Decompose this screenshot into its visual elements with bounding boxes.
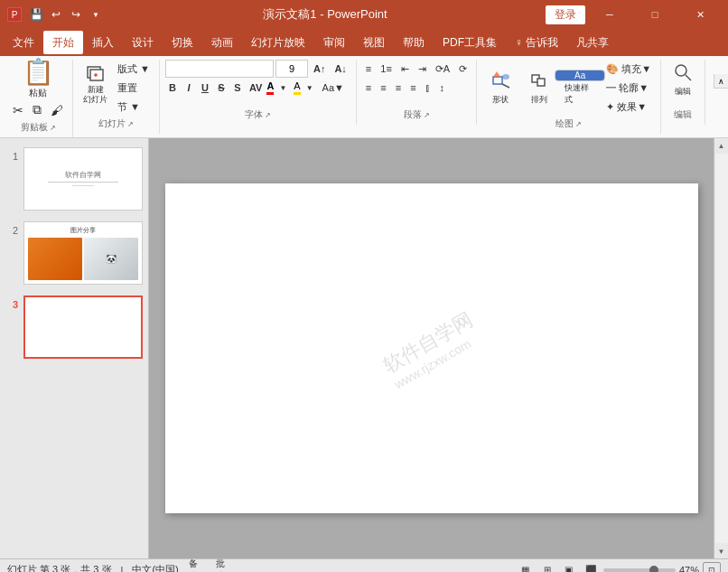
font-color-button[interactable]: A [266,80,274,95]
char-spacing-button[interactable]: AV [247,80,265,95]
slide-item-1[interactable]: 1 软件自学网 ———— [4,145,145,212]
text-direction-button[interactable]: ⟳A [432,60,453,78]
font-name-input[interactable] [165,60,274,78]
customize-quick-access-button[interactable]: ▼ [87,5,105,23]
line-spacing-button[interactable]: ↕ [436,79,449,97]
search-button[interactable]: 编辑 [667,60,699,99]
fit-window-button[interactable]: ⊡ [703,562,721,573]
close-button[interactable]: ✕ [679,0,721,29]
font-color-dropdown[interactable]: ▼ [275,79,290,97]
font-size-aa-button[interactable]: Aa▼ [319,79,348,97]
increase-indent-button[interactable]: ⇥ [415,60,430,78]
align-center-button[interactable]: ≡ [377,79,389,97]
slide-item-2[interactable]: 2 图片分享 🐼 [4,220,145,286]
align-left-button[interactable]: ≡ [362,79,375,97]
undo-button[interactable]: ↩ [47,5,65,23]
shape-fill-button[interactable]: 🎨 填充▼ [602,60,655,78]
shape-outline-button[interactable]: ━ 轮廓▼ [602,79,655,97]
slide2-title: 图片分享 [28,226,138,235]
notes-button[interactable]: 备注 [188,562,206,573]
underline-button[interactable]: U [198,80,212,95]
slide-thumb-3[interactable] [23,295,143,359]
scroll-up-button[interactable]: ▲ [714,138,729,153]
decrease-indent-button[interactable]: ⇤ [397,60,413,78]
redo-button[interactable]: ↪ [67,5,85,23]
slide-thumb-1[interactable]: 软件自学网 ———— [23,147,143,211]
justify-button[interactable]: ≡ [406,79,419,97]
strikethrough-button[interactable]: S [214,80,229,95]
slide-section-button[interactable]: 节 ▼ [114,98,154,116]
paragraph-expand-icon[interactable]: ↗ [424,111,430,119]
font-size-input[interactable] [275,60,308,78]
format-painter-button[interactable]: 🖌 [47,100,67,119]
right-scrollbar: ▲ ▼ [714,138,728,558]
slide-num-3: 3 [5,299,18,310]
menu-review[interactable]: 审阅 [314,31,354,54]
menu-transitions[interactable]: 切换 [163,31,202,54]
font-expand-icon[interactable]: ↗ [265,111,271,119]
menu-animations[interactable]: 动画 [202,31,242,54]
bold-button[interactable]: B [165,80,180,95]
copy-button[interactable]: ⧉ [29,100,45,119]
shape-effect-button[interactable]: ✦ 效果▼ [602,98,655,116]
paste-button[interactable]: 📋 粘贴 [18,60,58,99]
italic-button[interactable]: I [182,80,196,95]
scroll-track[interactable] [715,154,728,543]
save-button[interactable]: 💾 [27,5,45,23]
slide-actions: 版式 ▼ 重置 节 ▼ [114,60,154,116]
menu-tell-me[interactable]: ♀ 告诉我 [506,31,567,54]
columns-button[interactable]: ⫿ [422,79,434,97]
view-sorter-button[interactable]: ⊞ [538,562,556,573]
numbering-button[interactable]: 1≡ [377,60,396,78]
zoom-slider[interactable] [603,568,676,572]
scroll-down-button[interactable]: ▼ [714,544,729,558]
ribbon-collapse-button[interactable]: ∧ [714,74,728,89]
slides-expand-icon[interactable]: ↗ [127,120,134,128]
bullets-button[interactable]: ≡ [362,60,375,78]
paragraph-controls: ≡ 1≡ ⇤ ⇥ ⟳A ⟳ ≡ ≡ ≡ ≡ ⫿ ↕ [362,60,471,97]
login-button[interactable]: 登录 [546,5,585,24]
maximize-button[interactable]: □ [634,0,676,29]
decrease-font-button[interactable]: A↓ [331,60,350,78]
increase-font-button[interactable]: A↑ [310,60,329,78]
drawing-expand-icon[interactable]: ↗ [575,120,582,128]
menu-share[interactable]: 凡共享 [567,31,618,54]
minimize-button[interactable]: ─ [589,0,630,29]
view-normal-button[interactable]: ▦ [517,562,535,573]
menu-design[interactable]: 设计 [123,31,163,54]
watermark: 软件自学网 www.rjzxw.com [378,305,484,391]
shape-button[interactable]: 形状 [482,68,518,108]
drawing-controls: 形状 排列 Aa 快速样式 [482,60,655,116]
quick-access-toolbar: 💾 ↩ ↪ ▼ [27,5,105,23]
slide1-subtitle: ———— [48,182,118,188]
menu-file[interactable]: 文件 [4,31,43,54]
slide-canvas[interactable]: 软件自学网 www.rjzxw.com [165,183,698,513]
text-shadow-button[interactable]: S [230,80,245,95]
menu-bar: 文件 开始 插入 设计 切换 动画 幻灯片放映 审阅 视图 帮助 PDF工具集 … [0,29,728,56]
arrange-button[interactable]: 排列 [521,68,557,108]
slide-reset-button[interactable]: 重置 [114,79,154,97]
menu-help[interactable]: 帮助 [394,31,434,54]
slide-layout-button[interactable]: 版式 ▼ [114,60,154,78]
menu-insert[interactable]: 插入 [83,31,123,54]
slide-thumb-2[interactable]: 图片分享 🐼 [23,221,143,285]
cut-button[interactable]: ✂ [9,100,27,119]
view-slideshow-button[interactable]: ⬛ [582,562,600,573]
clipboard-expand-icon[interactable]: ↗ [50,124,56,132]
svg-line-11 [686,75,691,80]
menu-pdf[interactable]: PDF工具集 [434,31,506,54]
new-slide-button[interactable]: 新建幻灯片 [79,60,112,108]
menu-slideshow[interactable]: 幻灯片放映 [242,31,314,54]
menu-home[interactable]: 开始 [43,31,83,54]
highlight-dropdown[interactable]: ▼ [303,79,317,97]
slide-item-3[interactable]: 3 [4,294,145,361]
align-right-button[interactable]: ≡ [392,79,405,97]
menu-view[interactable]: 视图 [354,31,394,54]
status-divider1: | [121,565,124,573]
ribbon-font-group: A↑ A↓ B I U S S AV A ▼ A [160,60,357,125]
view-reading-button[interactable]: ▣ [560,562,578,573]
quick-style-button[interactable]: Aa 快速样式 [560,68,600,108]
convert-smartart-button[interactable]: ⟳ [455,60,471,78]
comments-button[interactable]: 批注 [215,562,233,573]
highlight-color-button[interactable]: A [294,80,300,95]
